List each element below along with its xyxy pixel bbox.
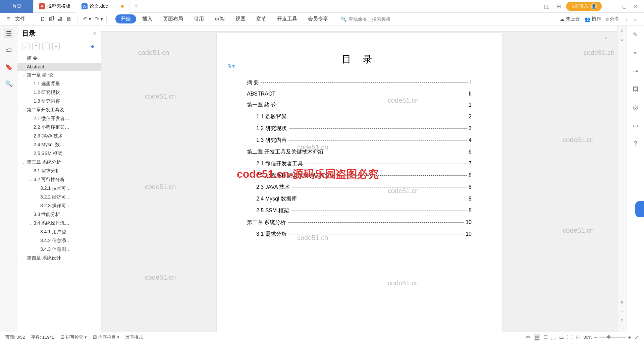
close-button[interactable]: ✕ <box>630 1 641 11</box>
outline-item[interactable]: ⌄3.4 系统操作流… <box>17 219 101 228</box>
tab-document[interactable]: W 论文.doc ▭ <box>76 0 129 13</box>
tag-rail-icon[interactable]: 🏷 <box>4 46 13 55</box>
zoom-slider[interactable] <box>599 337 626 338</box>
cloud-status[interactable]: ☁ 未上云 <box>560 16 580 22</box>
ribbon-tab-start[interactable]: 开始 <box>115 14 136 23</box>
zoom-out-icon[interactable]: − <box>594 334 597 340</box>
content-check-toggle[interactable]: ☑ 内容检查 ▾ <box>93 334 119 340</box>
close-icon[interactable]: × <box>93 30 96 37</box>
save-as-icon[interactable]: 🗐 <box>49 16 54 22</box>
bookmark-rail-icon[interactable]: 🔖 <box>4 62 13 72</box>
chevron-icon[interactable]: ⌄ <box>22 108 27 112</box>
outline-item[interactable]: ·2.5 SSM 框架 <box>17 149 101 158</box>
add-heading-icon[interactable]: + <box>42 43 50 50</box>
toc-entry[interactable]: 2.2 小程序框架以及目录结构介绍8 <box>247 172 472 179</box>
web-view-icon[interactable]: ⬚ <box>551 334 556 340</box>
search-rail-icon[interactable]: 🔍 <box>4 79 13 89</box>
outline-item[interactable]: ⌄第二章开发工具及… <box>17 106 101 114</box>
outline-item[interactable]: ·3.2.3 操作可… <box>17 202 101 210</box>
outline-item[interactable]: ⌄3.2 可行性分析 <box>17 175 101 184</box>
toc-entry[interactable]: ABSTRACTII <box>247 91 472 97</box>
print-icon[interactable]: 🖶 <box>58 16 63 22</box>
redo-icon[interactable]: ↷ ▾ <box>95 16 103 22</box>
collab-button[interactable]: 👥 协作 <box>585 16 601 22</box>
toc-entry[interactable]: 第二章 开发工具及关键技术介绍6 <box>247 149 472 156</box>
chevron-icon[interactable]: ⌄ <box>29 178 34 182</box>
eye-icon[interactable]: 👁 <box>526 334 531 340</box>
style-panel-toggle[interactable]: ≡ <box>600 33 612 43</box>
feedback-flag[interactable] <box>635 201 644 217</box>
target-icon[interactable]: ◎ <box>631 103 640 112</box>
reader-icon[interactable]: ▭ <box>631 121 640 130</box>
toc-entry[interactable]: 1.2 研究现状3 <box>247 125 472 132</box>
zoom-in-icon[interactable]: + <box>628 334 631 340</box>
ribbon-tab-section[interactable]: 章节 <box>252 14 271 24</box>
toc-entry[interactable]: 1.3 研究内容4 <box>247 137 472 144</box>
more-icon[interactable]: ⋮ <box>624 16 629 22</box>
expand-icon[interactable]: ⤢ <box>634 334 639 340</box>
outline-item[interactable]: ·3.4.2 信息添… <box>17 236 101 245</box>
ribbon-tab-vip[interactable]: 会员专享 <box>303 14 333 24</box>
presentation-icon[interactable]: ▭ <box>112 4 116 9</box>
tab-templates[interactable]: ❖ 找稻壳模板 <box>34 0 76 13</box>
chevron-icon[interactable]: ⌄ <box>22 160 27 165</box>
fullscreen-icon[interactable]: ⛶ <box>567 334 572 340</box>
scroll-top-icon[interactable]: ⇞ <box>619 27 626 34</box>
ribbon-tab-view[interactable]: 视图 <box>231 14 250 24</box>
toc-entry[interactable]: 2.3 JAVA 技术8 <box>247 184 472 191</box>
outline-item[interactable]: ·2.2 小程序框架… <box>17 123 101 132</box>
outline-item[interactable]: ⌄第一章 绪 论 <box>17 71 101 79</box>
help-icon[interactable]: ? <box>631 139 640 148</box>
sync-icon[interactable]: ● <box>89 43 96 50</box>
save-icon[interactable]: 🗋 <box>40 16 46 22</box>
outline-item[interactable]: ·1.3 研究内容 <box>17 97 101 106</box>
ribbon-tab-review[interactable]: 审阅 <box>210 14 229 24</box>
zoom-level[interactable]: 80% <box>583 335 592 340</box>
ribbon-tab-references[interactable]: 引用 <box>189 14 209 24</box>
outline-item[interactable]: ·3.2.2 经济可… <box>17 193 101 202</box>
next-page-icon[interactable]: ⇟ <box>619 317 626 323</box>
outline-item[interactable]: ·3.4.3 信息删… <box>17 245 101 254</box>
maximize-button[interactable]: ▢ <box>619 1 630 11</box>
toc-entry[interactable]: 3.1 需求分析10 <box>247 231 472 238</box>
outline-item[interactable]: ·摘 要 <box>17 54 101 63</box>
undo-icon[interactable]: ↶ ▾ <box>83 16 91 22</box>
chevron-icon[interactable]: › <box>22 256 27 260</box>
outline-item[interactable]: ›第四章 系统设计 <box>17 254 101 263</box>
menu-icon[interactable]: ≡ <box>7 15 10 22</box>
outline-item[interactable]: ·2.4 Mysql 数… <box>17 140 101 149</box>
prev-page-icon[interactable]: ⇞ <box>619 299 626 306</box>
settings-icon[interactable]: ⊸ <box>631 66 640 76</box>
toc-entry[interactable]: 2.5 SSM 框架8 <box>247 207 472 214</box>
outline-item[interactable]: ·3.4.1 用户登… <box>17 228 101 236</box>
horizontal-ruler[interactable] <box>101 25 617 32</box>
command-search[interactable]: 🔍 <box>341 16 416 22</box>
compat-mode[interactable]: 兼容模式 <box>125 334 143 340</box>
outline-item[interactable]: ·Abstract <box>17 63 101 71</box>
toc-entry[interactable]: 2.4 Mysql 数据库8 <box>247 195 472 203</box>
outline-item[interactable]: ·3.1 需求分析 <box>17 167 101 175</box>
toc-entry[interactable]: 2.1 微信开发者工具7 <box>247 160 472 167</box>
pencil-icon[interactable]: ✎ <box>631 30 640 40</box>
page-options-icon[interactable]: 🗎▾ <box>227 63 235 69</box>
apps-icon[interactable]: ⊞ <box>554 2 564 11</box>
add-tab-button[interactable]: + <box>129 0 142 13</box>
login-button[interactable]: 立即登录 👤 <box>566 2 602 11</box>
hamburger-icon[interactable]: ≡ <box>619 36 626 43</box>
fit-icon[interactable]: ⊡ <box>576 334 580 340</box>
ribbon-tab-devtools[interactable]: 开发工具 <box>272 14 302 24</box>
outline-rail-icon[interactable]: ☰ <box>4 29 13 38</box>
find-icon[interactable]: ◦ <box>619 308 626 315</box>
image-icon[interactable]: 🖼 <box>631 84 640 94</box>
toc-entry[interactable]: 1.1 选题背景2 <box>247 113 472 120</box>
outline-item[interactable]: ⌄第三章 系统分析 <box>17 158 101 167</box>
word-count[interactable]: 字数: 11942 <box>31 334 54 340</box>
file-menu[interactable]: 文件 <box>13 16 27 22</box>
outline-item[interactable]: ·2.3 JAVA 技术 <box>17 132 101 140</box>
expand-all-icon[interactable]: ⌃ <box>32 43 40 50</box>
ribbon-tab-insert[interactable]: 插入 <box>138 14 157 24</box>
search-input[interactable] <box>348 16 416 22</box>
toc-entry[interactable]: 摘 要I <box>247 79 472 86</box>
chevron-icon[interactable]: ⌄ <box>22 73 27 77</box>
outline-item[interactable]: ·1.1 选题背景 <box>17 79 101 88</box>
